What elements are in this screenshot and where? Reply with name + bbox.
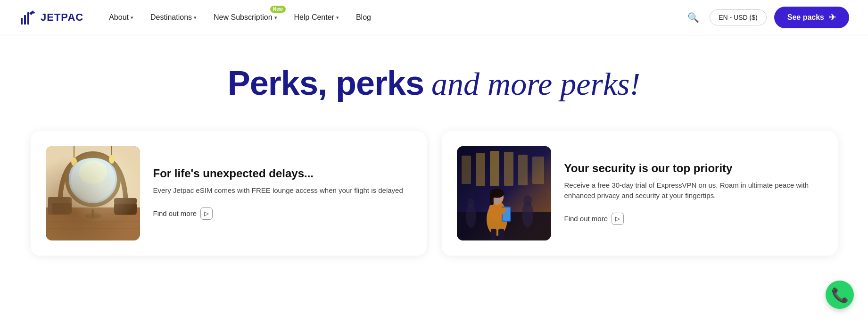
security-card-title: Your security is our top priority <box>564 162 823 175</box>
nav-links: About ▾ Destinations ▾ New New Subscript… <box>102 9 685 25</box>
svg-point-7 <box>71 157 115 201</box>
lounge-card-desc: Every Jetpac eSIM comes with FREE lounge… <box>153 185 412 196</box>
svg-rect-15 <box>91 209 94 217</box>
lounge-card-title: For life's unexpected delays... <box>153 167 412 181</box>
svg-rect-12 <box>114 202 137 215</box>
nav-blog[interactable]: Blog <box>349 9 378 25</box>
security-find-more-icon: ▷ <box>612 213 624 225</box>
security-card-image <box>457 146 551 240</box>
lounge-find-more-icon: ▷ <box>200 207 213 220</box>
security-card-desc: Receive a free 30-day trial of ExpressVP… <box>564 180 823 201</box>
logo-text: JETPAC <box>41 11 83 24</box>
nav-right: 🔍 EN - USD ($) See packs ✈ <box>685 7 849 28</box>
svg-point-6 <box>67 153 119 205</box>
svg-rect-4 <box>46 146 140 207</box>
svg-rect-35 <box>498 229 504 240</box>
svg-point-14 <box>84 213 101 219</box>
language-selector[interactable]: EN - USD ($) <box>710 9 766 25</box>
help-chevron-icon: ▾ <box>336 15 339 21</box>
hero-section: Perks, perks and more perks! <box>0 35 868 122</box>
security-find-more[interactable]: Find out more ▷ <box>564 213 823 225</box>
svg-rect-0 <box>21 18 23 25</box>
destinations-chevron-icon: ▾ <box>194 15 197 21</box>
logo-icon <box>19 8 37 26</box>
svg-point-17 <box>71 157 77 166</box>
svg-rect-34 <box>491 229 496 240</box>
lounge-card-content: For life's unexpected delays... Every Je… <box>153 167 412 219</box>
svg-point-8 <box>79 160 107 184</box>
hero-script-text: and more perks! <box>431 66 640 103</box>
svg-rect-29 <box>504 152 513 186</box>
lounge-find-more[interactable]: Find out more ▷ <box>153 207 412 220</box>
svg-rect-31 <box>532 157 544 184</box>
nav-destinations[interactable]: Destinations ▾ <box>144 9 203 25</box>
svg-rect-10 <box>48 197 72 203</box>
about-chevron-icon: ▾ <box>131 15 133 21</box>
svg-rect-5 <box>46 207 140 240</box>
lounge-card: For life's unexpected delays... Every Je… <box>31 131 427 256</box>
see-packs-button[interactable]: See packs ✈ <box>774 7 849 28</box>
cards-section: For life's unexpected delays... Every Je… <box>0 122 868 274</box>
nav-subscription[interactable]: New New Subscription ▾ <box>207 9 284 25</box>
security-card-content: Your security is our top priority Receiv… <box>564 162 823 225</box>
svg-rect-9 <box>48 200 72 215</box>
svg-rect-3 <box>46 146 140 240</box>
svg-rect-2 <box>27 12 29 25</box>
hero-bold-text: Perks, perks <box>228 64 424 102</box>
lounge-card-image <box>46 146 140 240</box>
search-icon: 🔍 <box>687 12 699 23</box>
svg-rect-1 <box>24 15 26 25</box>
svg-point-46 <box>467 199 475 208</box>
security-illustration <box>457 146 551 240</box>
plane-icon: ✈ <box>829 12 836 23</box>
logo[interactable]: JETPAC <box>19 8 83 26</box>
nav-help-center[interactable]: Help Center ▾ <box>288 9 346 25</box>
svg-rect-28 <box>490 151 499 186</box>
svg-rect-26 <box>462 156 471 184</box>
security-card: Your security is our top priority Receiv… <box>442 131 838 256</box>
navbar: JETPAC About ▾ Destinations ▾ New New Su… <box>0 0 868 35</box>
svg-rect-30 <box>518 155 528 185</box>
whatsapp-icon: 📞 <box>831 287 849 303</box>
search-button[interactable]: 🔍 <box>685 9 702 26</box>
new-badge: New <box>270 6 286 13</box>
hero-title: Perks, perks and more perks! <box>19 64 849 103</box>
subscription-chevron-icon: ▾ <box>274 15 277 21</box>
svg-rect-11 <box>48 197 52 215</box>
svg-rect-27 <box>476 153 485 186</box>
svg-point-42 <box>492 197 502 204</box>
lounge-illustration <box>46 146 140 240</box>
svg-point-44 <box>523 195 532 206</box>
svg-rect-13 <box>114 198 137 204</box>
svg-point-19 <box>109 155 115 164</box>
whatsapp-button[interactable]: 📞 <box>826 281 854 309</box>
nav-about[interactable]: About ▾ <box>102 9 140 25</box>
